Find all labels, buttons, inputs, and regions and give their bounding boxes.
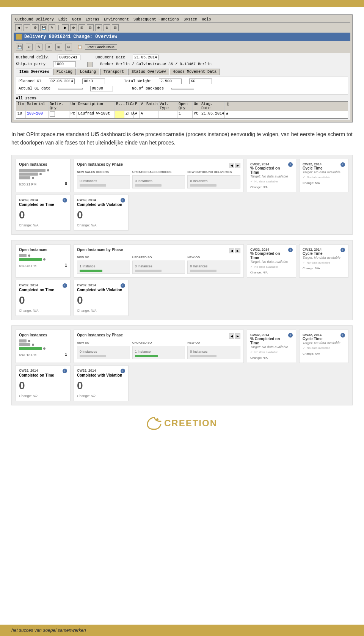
- phase-label-2-3: NEW OD: [187, 256, 240, 259]
- pct-check-1: ✓: [250, 180, 253, 183]
- menu-goto[interactable]: Goto: [72, 17, 81, 22]
- phase-next-2[interactable]: ▶: [235, 248, 240, 253]
- menu-system[interactable]: System: [184, 17, 197, 22]
- cwv-info-3[interactable]: i: [121, 369, 125, 373]
- ship-to-icon[interactable]: [87, 62, 93, 67]
- col-batch: Batch: [145, 102, 158, 111]
- cwv-info-1[interactable]: i: [121, 198, 125, 203]
- toolbar-btn-10[interactable]: ⊕: [104, 24, 110, 31]
- bar-row-2: [19, 173, 67, 176]
- tab-goods-movement[interactable]: Goods Movement Data: [170, 69, 220, 75]
- sap-table-row-1[interactable]: 10 103-200 PC Laufrad W-103t ZTTA A A 1 …: [16, 111, 348, 119]
- toolbar-btn-6[interactable]: ⊕: [70, 24, 77, 31]
- sap-menubar[interactable]: Outbound Delivery Edit Goto Extras Envir…: [14, 17, 350, 23]
- cycle-check-1: ✓: [303, 176, 305, 179]
- col-itca: ItCa: [124, 102, 134, 111]
- menu-environment[interactable]: Environment: [104, 17, 129, 22]
- sap-action-btn-5[interactable]: ⊞: [55, 44, 62, 50]
- phase-next-3[interactable]: ▶: [235, 333, 240, 339]
- toolbar-btn-8[interactable]: ⊟: [87, 24, 94, 31]
- tab-loading[interactable]: Loading: [77, 69, 99, 75]
- total-weight-value[interactable]: 2.500: [159, 79, 182, 84]
- phase-box-2-2: 0 Instances: [132, 261, 185, 274]
- tab-item-overview[interactable]: Item Overview: [16, 69, 52, 75]
- pct-target-1: Target: No data available: [250, 174, 293, 178]
- menu-edit[interactable]: Edit: [58, 17, 67, 22]
- menu-help[interactable]: Help: [202, 17, 211, 22]
- open-instances-bars-2: [19, 254, 67, 261]
- sap-action-btn-3[interactable]: ✎: [36, 44, 42, 50]
- sap-fields-row-2: Ship-to party 1000 Becker Berlin / Calvi…: [16, 61, 348, 67]
- toolbar-btn-2[interactable]: ⚙: [32, 24, 39, 31]
- pct-kpi-week-3: CW32, 2014: [250, 333, 288, 337]
- toolbar-btn-9[interactable]: ⊗: [95, 24, 102, 31]
- actual-gi-time[interactable]: 00:00: [90, 86, 113, 91]
- cycle-target-3: Target: No data available: [303, 341, 345, 345]
- sap-action-btn-6[interactable]: ⊗: [65, 44, 72, 50]
- phase-label-2-2: UPDATED SO: [132, 256, 185, 259]
- cot-info-1[interactable]: i: [63, 198, 67, 203]
- pct-kpi-title-1: % Completed on Time: [250, 166, 288, 174]
- phase-col-2-2: UPDATED SO 0 Instances: [132, 256, 185, 274]
- timestamp-1: 6:05:21 PM: [19, 182, 36, 186]
- pct-info-icon-1[interactable]: i: [288, 162, 293, 167]
- tab-picking[interactable]: Picking: [53, 69, 76, 75]
- timestamp-2: 6:39:46 PM: [19, 264, 36, 268]
- no-packages-label: No.of packages: [132, 86, 164, 91]
- cwv-info-2[interactable]: i: [121, 283, 125, 288]
- phase-prev-1[interactable]: ◀: [229, 163, 234, 168]
- col-v: V: [140, 102, 145, 111]
- phase-label-3-2: UPDATED SO: [132, 341, 185, 344]
- sap-action-btn-1[interactable]: 💾: [16, 44, 23, 50]
- toolbar-btn-11[interactable]: ⊞: [112, 24, 119, 31]
- actual-gi-date-blank: [58, 88, 83, 90]
- doc-date-value[interactable]: 21.05.2014: [133, 55, 158, 60]
- ship-to-party-value[interactable]: 1000: [53, 61, 76, 67]
- cycle-info-icon-1[interactable]: i: [340, 162, 345, 167]
- phase-col-1-3: NEW OUTBOUND DELIVERIES 0 Instances: [187, 170, 240, 188]
- menu-extras[interactable]: Extras: [86, 17, 99, 22]
- cycle-info-icon-3[interactable]: i: [340, 333, 345, 338]
- phase-prev-2[interactable]: ◀: [229, 248, 234, 253]
- bar-1: [19, 169, 46, 172]
- row-scroll[interactable]: ▲: [225, 111, 230, 118]
- row-material[interactable]: 103-200: [26, 111, 49, 118]
- cot-info-2[interactable]: i: [63, 283, 67, 288]
- toolbar-btn-5[interactable]: ▶: [62, 24, 69, 31]
- phase-box-2-3: 0 Instances: [187, 261, 240, 274]
- cot-info-3[interactable]: i: [63, 369, 67, 373]
- sap-toolbar: ◀ ↩ ⚙ 💾 ✎ ▶ ⊕ ⊞ ⊟ ⊗ ⊕ ⊞: [14, 24, 350, 32]
- cot-week-2: CW32, 2014: [19, 283, 38, 288]
- menu-outbound-delivery[interactable]: Outbound Delivery: [15, 17, 54, 22]
- toolbar-btn-3[interactable]: 💾: [40, 24, 47, 31]
- phase-columns-3: NEW SO 0 Instances UPDATED SO 1 Instance: [77, 341, 240, 359]
- pct-info-icon-2[interactable]: i: [288, 248, 293, 252]
- post-goods-issue-btn[interactable]: Post Goods Issue: [85, 44, 117, 50]
- planned-gi-date[interactable]: 02.06.2014: [49, 79, 75, 84]
- cot-value-1: 0: [19, 209, 67, 221]
- dashboard-2: Open Instances 6:39:46 PM 1 Open Instanc…: [11, 240, 353, 320]
- pct-info-icon-3[interactable]: i: [288, 333, 293, 338]
- planned-gi-time[interactable]: 08:3: [82, 79, 105, 84]
- phase-next-1[interactable]: ▶: [235, 163, 240, 168]
- row-checkbox-cell[interactable]: [49, 111, 69, 118]
- tab-transport[interactable]: Transport: [100, 69, 127, 75]
- tab-status-overview[interactable]: Status Overview: [128, 69, 169, 75]
- toolbar-btn-1[interactable]: ↩: [24, 24, 30, 31]
- toolbar-back-btn[interactable]: ◀: [15, 24, 22, 31]
- toolbar-btn-4[interactable]: ✎: [49, 24, 55, 31]
- sap-action-btn-2[interactable]: ↩: [26, 44, 33, 50]
- row-checkbox[interactable]: [50, 111, 55, 117]
- sap-action-btn-4[interactable]: ⊕: [46, 44, 52, 50]
- sap-title-bar: Delivery 80016241 Change: Overview: [14, 33, 350, 41]
- phase-prev-3[interactable]: ◀: [229, 333, 234, 339]
- menu-subsequent[interactable]: Subsequent Functions: [133, 17, 179, 22]
- cot-change-3: Change: N/A: [19, 394, 67, 398]
- cycle-info-icon-2[interactable]: i: [340, 248, 345, 252]
- phase-label-2-1: NEW SO: [77, 256, 130, 259]
- phase-instances-3-1: 0 Instances: [80, 350, 106, 353]
- toolbar-btn-7[interactable]: ⊞: [78, 24, 85, 31]
- outbound-deliv-value[interactable]: 80016241: [58, 55, 80, 60]
- pct-no-data-2: No data available: [254, 265, 278, 269]
- cycle-kpi-title-3: Cycle Time: [303, 337, 323, 341]
